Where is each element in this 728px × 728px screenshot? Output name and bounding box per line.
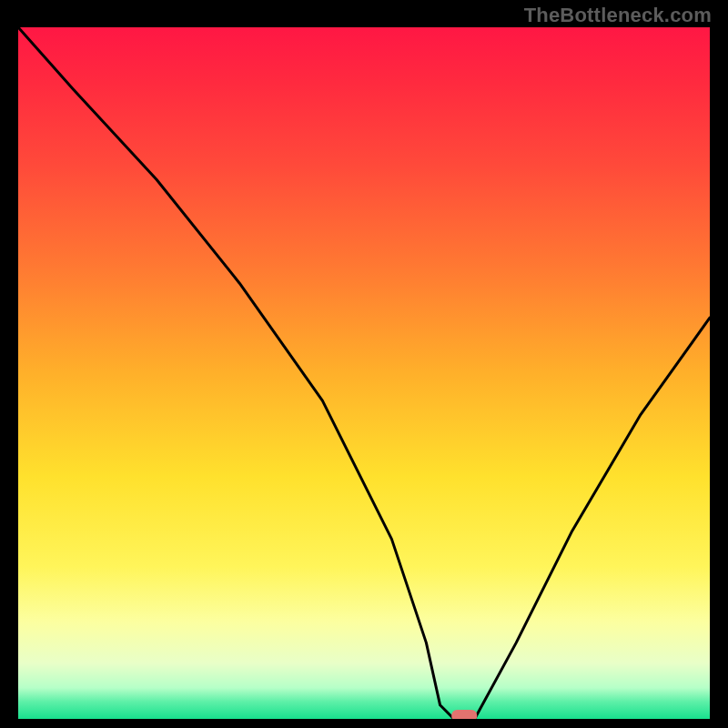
- chart-svg: [18, 27, 710, 719]
- bottleneck-chart: [18, 27, 710, 719]
- gradient-background: [18, 27, 710, 719]
- chart-frame: TheBottleneck.com: [0, 0, 728, 728]
- optimal-point-marker: [451, 710, 477, 719]
- watermark-label: TheBottleneck.com: [524, 4, 712, 27]
